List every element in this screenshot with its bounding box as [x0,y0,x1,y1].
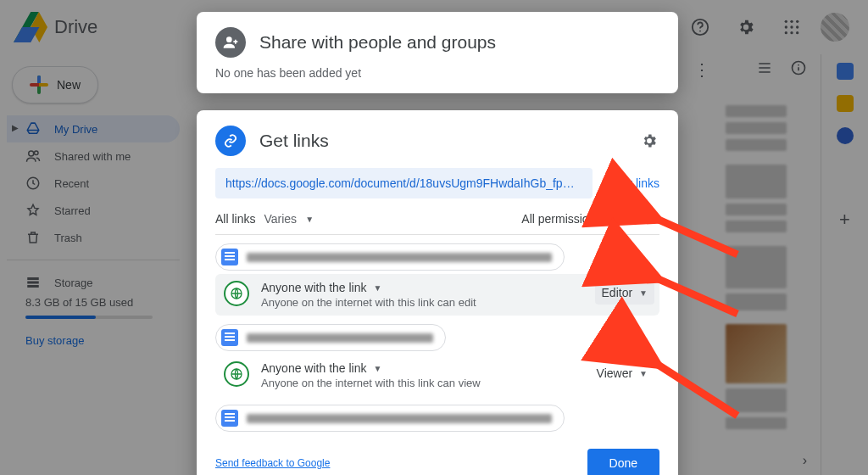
docs-icon [221,410,238,427]
file-title-redacted [247,414,552,423]
file-pill[interactable] [215,324,446,351]
chevron-down-icon[interactable]: ▼ [305,215,314,224]
chevron-down-icon: ▼ [639,369,648,378]
gear-icon[interactable] [639,131,659,151]
file-pill[interactable] [215,405,565,432]
chevron-down-icon: ▼ [639,288,648,298]
chevron-down-icon[interactable]: ▼ [651,215,659,224]
file-title-redacted [247,253,552,262]
share-url-box[interactable]: https://docs.google.com/document/d/18uvs… [215,168,593,198]
get-links-panel: Get links https://docs.google.com/docume… [197,110,678,475]
filter-all-permissions[interactable]: All permissions [521,212,601,226]
role-label: Viewer [597,366,633,380]
access-row-editor: Anyone with the link ▼ Anyone on the int… [215,274,659,316]
access-description: Anyone on the internet with this link ca… [261,377,578,389]
share-people-panel: Share with people and groups No one has … [197,12,678,93]
role-dropdown-editor[interactable]: Editor ▼ [595,281,654,305]
role-label: Editor [602,286,633,299]
globe-icon [224,361,249,387]
role-dropdown-viewer[interactable]: Viewer ▼ [590,361,654,385]
chevron-down-icon[interactable]: ▼ [374,283,382,293]
share-panel-subtitle: No one has been added yet [215,66,659,80]
access-row-viewer: Anyone with the link ▼ Anyone on the int… [215,355,659,396]
docs-icon [221,249,238,265]
filter-all-links[interactable]: All links [215,212,255,226]
person-add-icon [215,27,246,58]
chevron-down-icon[interactable]: ▼ [374,364,382,373]
copy-links-button[interactable]: Copy links [604,176,659,190]
share-panel-title: Share with people and groups [259,32,496,53]
send-feedback-link[interactable]: Send feedback to Google [215,457,330,469]
link-round-icon [215,126,246,156]
get-links-title: Get links [259,131,329,151]
globe-icon [224,281,249,306]
svg-point-20 [226,36,232,42]
access-label[interactable]: Anyone with the link [261,361,367,375]
access-description: Anyone on the internet with this link ca… [261,296,583,309]
filter-varies-left[interactable]: Varies [264,212,297,226]
done-button[interactable]: Done [587,449,659,475]
file-title-redacted [247,333,433,343]
filter-varies-right[interactable]: Varies [609,212,643,226]
access-label[interactable]: Anyone with the link [261,281,367,294]
docs-icon [221,329,238,346]
file-pill[interactable] [215,243,565,271]
filter-row: All links Varies ▼ All permissions Varie… [215,207,659,235]
